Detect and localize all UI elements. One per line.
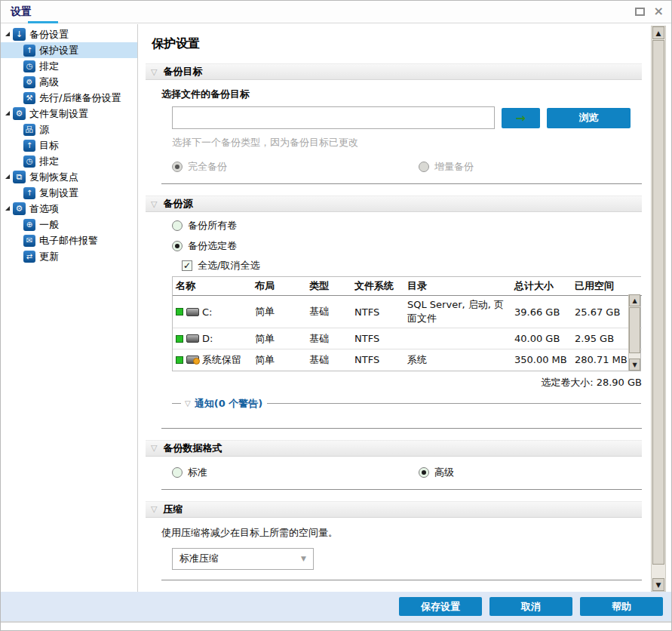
volume-total: 40.00 GB [511,328,572,349]
main-scrollbar-thumb[interactable] [652,40,664,565]
table-row[interactable]: D: 简单 基础 NTFS 40.00 GB 2.95 GB [173,328,642,349]
window-controls: × [635,6,664,17]
schedule-icon: ◷ [23,155,35,168]
tree-expander-icon[interactable] [5,206,10,211]
table-row[interactable]: C: 简单 基础 NTFS SQL Server, 启动, 页面文件 39.66… [173,296,642,328]
sidebar-item-label: 更新 [39,250,59,263]
sidebar-item-updates[interactable]: ⇄ 更新 [1,248,137,264]
sidebar-item-schedule-filecopy[interactable]: ◷ 排定 [1,153,137,169]
apply-destination-button[interactable]: → [502,108,540,128]
tree-expander-icon[interactable] [5,111,10,115]
help-button[interactable]: 帮助 [580,597,663,616]
selected-size-label: 选定卷大小: [541,377,593,388]
volume-contents: 系统 [404,349,511,371]
table-row[interactable]: 系统保留 简单 基础 NTFS 系统 350.00 MB 280.71 MB [173,349,642,371]
green-arrow-icon: → [516,111,526,125]
collapse-triangle-icon: ▽ [151,504,157,514]
select-all-checkbox[interactable]: ✓ [182,260,192,271]
source-icon: 品 [23,124,35,136]
browse-button[interactable]: 浏览 [547,108,631,128]
tree-expander-icon[interactable] [5,32,10,36]
volume-contents [404,328,511,349]
sidebar-item-backup-settings[interactable]: ↓ 备份设置 [1,26,137,42]
volume-name: 系统保留 [202,353,241,367]
sidebar-item-label: 目标 [39,139,59,152]
chevron-down-icon: ▼ [301,555,306,562]
file-copy-settings-icon: ⚙ [13,107,26,120]
sidebar-item-copy-recovery-points[interactable]: ⧉ 复制恢复点 [1,169,137,185]
section-header-backup-source[interactable]: ▽ 备份源 [146,195,642,212]
volume-fs: NTFS [351,296,404,328]
updates-icon: ⇄ [23,251,35,263]
scroll-up-icon[interactable]: ▲ [629,294,640,306]
sidebar-item-file-copy-settings[interactable]: ⚙ 文件复制设置 [1,106,137,122]
restore-icon[interactable] [635,8,645,16]
all-volumes-radio[interactable] [172,220,183,231]
scroll-up-icon[interactable]: ▲ [652,26,664,39]
standard-format-radio[interactable] [172,467,183,478]
title-bar: 设置 × [1,1,671,23]
settings-nav-tree: ↓ 备份设置 ↑ 保护设置 ◷ 排定 ⚙ 高级 ⚒ 先行/后继备份设置 ⚙ 文件… [1,24,138,592]
sidebar-item-email-alerts[interactable]: ✉ 电子邮件报警 [1,232,137,248]
column-header-layout[interactable]: 布局 [252,277,306,296]
table-header-row: 名称 布局 类型 文件系统 目录 总计大小 已用空间 [173,277,642,296]
compression-select[interactable]: 标准压缩 ▼ [172,548,314,570]
column-header-name[interactable]: 名称 [173,277,252,296]
sidebar-item-destination[interactable]: ↑ 目标 [1,137,137,153]
selected-volume-size: 选定卷大小: 28.90 GB [161,376,642,389]
advanced-icon: ⚙ [23,76,35,88]
section-header-backup-data-format[interactable]: ▽ 备份数据格式 [146,440,642,457]
sidebar-item-source[interactable]: 品 源 [1,122,137,137]
volume-layout: 简单 [252,296,306,328]
sidebar-item-label: 复制设置 [39,186,78,200]
volume-type: 基础 [306,296,351,328]
column-header-contents[interactable]: 目录 [404,277,511,296]
sidebar-item-label: 排定 [39,155,59,168]
column-header-filesystem[interactable]: 文件系统 [351,277,404,296]
tree-expander-icon[interactable] [5,174,10,179]
notifications-label[interactable]: 通知(0 个警告) [195,397,262,411]
selected-volumes-radio[interactable] [172,241,183,251]
full-backup-radio[interactable] [172,162,183,172]
volumes-table: 名称 布局 类型 文件系统 目录 总计大小 已用空间 C: 简单 [172,276,641,371]
section-separator [161,580,642,580]
table-scrollbar[interactable]: ▲ ▼ [628,294,640,371]
advanced-format-radio[interactable] [419,467,429,478]
incremental-backup-radio[interactable] [419,162,429,172]
schedule-icon: ◷ [23,60,35,72]
column-header-used-space[interactable]: 已用空间 [572,277,642,296]
table-scrollbar-thumb[interactable] [629,307,640,353]
sidebar-item-schedule[interactable]: ◷ 排定 [1,58,137,74]
sidebar-item-label: 复制恢复点 [29,171,78,184]
compression-description: 使用压缩将减少在目标上所需的空间量。 [161,526,642,540]
volume-contents: SQL Server, 启动, 页面文件 [404,296,511,328]
section-header-compression[interactable]: ▽ 压缩 [146,501,642,518]
volume-total: 39.66 GB [511,296,572,328]
sidebar-item-pre-post-backup[interactable]: ⚒ 先行/后继备份设置 [1,90,137,106]
main-scrollbar[interactable]: ▲ ▼ [651,26,666,592]
volume-name: D: [202,333,213,344]
selected-volumes-label: 备份选定卷 [188,239,237,253]
sidebar-item-general[interactable]: ⊕ 一般 [1,217,137,232]
save-settings-button[interactable]: 保存设置 [399,597,482,616]
cancel-button[interactable]: 取消 [489,597,572,616]
destination-path-input[interactable] [172,106,495,129]
sidebar-item-label: 文件复制设置 [29,107,88,121]
compression-selected-value: 标准压缩 [180,552,219,565]
scroll-down-icon[interactable]: ▼ [629,359,640,371]
sidebar-item-protection-settings[interactable]: ↑ 保护设置 [1,42,137,58]
volume-name: C: [202,306,212,318]
collapse-triangle-icon: ▽ [151,67,157,77]
sidebar-item-label: 备份设置 [29,28,69,42]
sidebar-item-copy-settings[interactable]: ↑ 复制设置 [1,185,137,201]
sidebar-item-advanced[interactable]: ⚙ 高级 [1,74,137,90]
sidebar-item-preferences[interactable]: ⚙ 首选项 [1,201,137,217]
section-header-backup-destination[interactable]: ▽ 备份目标 [146,63,642,80]
volume-type: 基础 [306,328,351,349]
column-header-type[interactable]: 类型 [306,277,351,296]
close-icon[interactable]: × [654,6,664,17]
notifications-toggle[interactable]: ▽ 通知(0 个警告) [172,397,641,411]
scroll-down-icon[interactable]: ▼ [652,578,664,591]
volume-total: 350.00 MB [511,349,572,371]
column-header-total-size[interactable]: 总计大小 [511,277,572,296]
